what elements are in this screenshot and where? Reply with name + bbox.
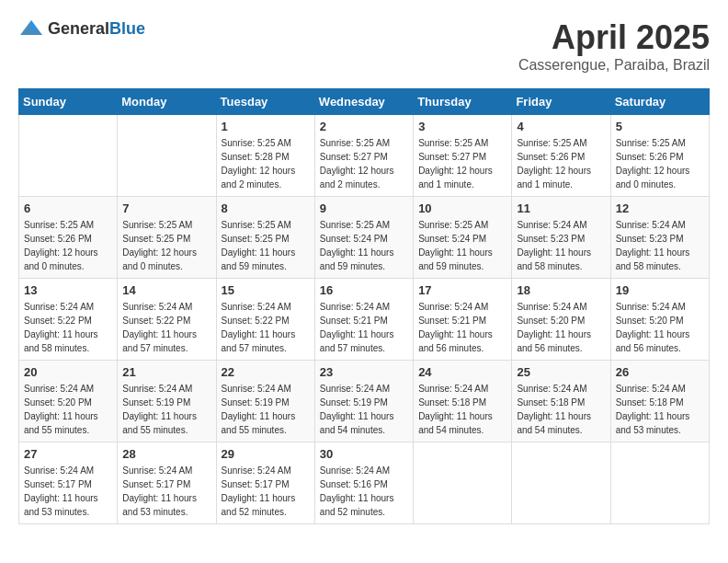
calendar-week-row: 13Sunrise: 5:24 AM Sunset: 5:22 PM Dayli…: [19, 279, 710, 361]
day-info: Sunrise: 5:24 AM Sunset: 5:22 PM Dayligh…: [222, 300, 310, 355]
day-info: Sunrise: 5:24 AM Sunset: 5:20 PM Dayligh…: [24, 382, 112, 437]
calendar-cell: 11Sunrise: 5:24 AM Sunset: 5:23 PM Dayli…: [512, 197, 610, 279]
weekday-header: Thursday: [414, 89, 512, 115]
day-info: Sunrise: 5:24 AM Sunset: 5:17 PM Dayligh…: [222, 464, 310, 519]
calendar-cell: 5Sunrise: 5:25 AM Sunset: 5:26 PM Daylig…: [610, 115, 709, 197]
day-number: 7: [122, 201, 210, 215]
day-number: 9: [320, 201, 408, 215]
day-number: 19: [616, 283, 704, 297]
weekday-header: Monday: [118, 89, 216, 115]
weekday-header: Friday: [512, 89, 610, 115]
day-number: 14: [122, 283, 210, 297]
weekday-header: Tuesday: [216, 89, 314, 115]
day-info: Sunrise: 5:24 AM Sunset: 5:18 PM Dayligh…: [616, 382, 704, 437]
calendar-week-row: 1Sunrise: 5:25 AM Sunset: 5:28 PM Daylig…: [19, 115, 710, 197]
calendar-cell: 18Sunrise: 5:24 AM Sunset: 5:20 PM Dayli…: [512, 279, 610, 361]
calendar-cell: 7Sunrise: 5:25 AM Sunset: 5:25 PM Daylig…: [118, 197, 216, 279]
weekday-header: Wednesday: [314, 89, 413, 115]
day-info: Sunrise: 5:24 AM Sunset: 5:21 PM Dayligh…: [320, 300, 408, 355]
calendar-cell: 22Sunrise: 5:24 AM Sunset: 5:19 PM Dayli…: [216, 361, 314, 442]
day-info: Sunrise: 5:25 AM Sunset: 5:26 PM Dayligh…: [517, 136, 605, 191]
day-info: Sunrise: 5:24 AM Sunset: 5:16 PM Dayligh…: [320, 464, 408, 519]
day-info: Sunrise: 5:24 AM Sunset: 5:23 PM Dayligh…: [616, 218, 704, 273]
logo-icon: [18, 18, 44, 39]
calendar-cell: 4Sunrise: 5:25 AM Sunset: 5:26 PM Daylig…: [512, 115, 610, 197]
day-number: 12: [616, 201, 704, 215]
day-number: 15: [222, 283, 310, 297]
day-number: 18: [517, 283, 605, 297]
day-info: Sunrise: 5:25 AM Sunset: 5:26 PM Dayligh…: [24, 218, 112, 273]
day-info: Sunrise: 5:25 AM Sunset: 5:27 PM Dayligh…: [320, 136, 408, 191]
day-number: 8: [222, 201, 310, 215]
day-number: 26: [616, 365, 704, 379]
calendar-cell: 30Sunrise: 5:24 AM Sunset: 5:16 PM Dayli…: [314, 442, 413, 524]
calendar-cell: 1Sunrise: 5:25 AM Sunset: 5:28 PM Daylig…: [216, 115, 314, 197]
day-number: 27: [24, 447, 112, 461]
day-info: Sunrise: 5:24 AM Sunset: 5:19 PM Dayligh…: [222, 382, 310, 437]
location-title: Casserengue, Paraiba, Brazil: [518, 57, 710, 74]
day-info: Sunrise: 5:25 AM Sunset: 5:28 PM Dayligh…: [222, 136, 310, 191]
calendar-cell: 13Sunrise: 5:24 AM Sunset: 5:22 PM Dayli…: [19, 279, 118, 361]
calendar-cell: 23Sunrise: 5:24 AM Sunset: 5:19 PM Dayli…: [314, 361, 413, 442]
calendar-cell: [19, 115, 118, 197]
day-number: 10: [418, 201, 506, 215]
day-number: 1: [222, 120, 310, 133]
day-info: Sunrise: 5:24 AM Sunset: 5:23 PM Dayligh…: [517, 218, 605, 273]
calendar-cell: 25Sunrise: 5:24 AM Sunset: 5:18 PM Dayli…: [512, 361, 610, 442]
day-number: 11: [517, 201, 605, 215]
calendar-cell: 28Sunrise: 5:24 AM Sunset: 5:17 PM Dayli…: [118, 442, 216, 524]
calendar-cell: 8Sunrise: 5:25 AM Sunset: 5:25 PM Daylig…: [216, 197, 314, 279]
day-number: 20: [24, 365, 112, 379]
day-number: 17: [418, 283, 506, 297]
day-number: 24: [418, 365, 506, 379]
day-info: Sunrise: 5:24 AM Sunset: 5:22 PM Dayligh…: [122, 300, 210, 355]
day-info: Sunrise: 5:24 AM Sunset: 5:17 PM Dayligh…: [122, 464, 210, 519]
day-info: Sunrise: 5:24 AM Sunset: 5:18 PM Dayligh…: [418, 382, 506, 437]
calendar-week-row: 6Sunrise: 5:25 AM Sunset: 5:26 PM Daylig…: [19, 197, 710, 279]
day-number: 4: [517, 120, 605, 133]
calendar-cell: 6Sunrise: 5:25 AM Sunset: 5:26 PM Daylig…: [19, 197, 118, 279]
calendar-cell: 14Sunrise: 5:24 AM Sunset: 5:22 PM Dayli…: [118, 279, 216, 361]
day-number: 22: [222, 365, 310, 379]
day-info: Sunrise: 5:24 AM Sunset: 5:19 PM Dayligh…: [122, 382, 210, 437]
calendar-cell: 19Sunrise: 5:24 AM Sunset: 5:20 PM Dayli…: [610, 279, 709, 361]
day-info: Sunrise: 5:25 AM Sunset: 5:26 PM Dayligh…: [616, 136, 704, 191]
calendar-cell: [414, 442, 512, 524]
calendar-cell: 21Sunrise: 5:24 AM Sunset: 5:19 PM Dayli…: [118, 361, 216, 442]
weekday-header: Saturday: [610, 89, 709, 115]
day-number: 5: [616, 120, 704, 133]
calendar-cell: 12Sunrise: 5:24 AM Sunset: 5:23 PM Dayli…: [610, 197, 709, 279]
calendar-cell: 16Sunrise: 5:24 AM Sunset: 5:21 PM Dayli…: [314, 279, 413, 361]
calendar-week-row: 27Sunrise: 5:24 AM Sunset: 5:17 PM Dayli…: [19, 442, 710, 524]
calendar-cell: 15Sunrise: 5:24 AM Sunset: 5:22 PM Dayli…: [216, 279, 314, 361]
calendar-week-row: 20Sunrise: 5:24 AM Sunset: 5:20 PM Dayli…: [19, 361, 710, 442]
logo-blue: Blue: [109, 19, 145, 38]
calendar-cell: 29Sunrise: 5:24 AM Sunset: 5:17 PM Dayli…: [216, 442, 314, 524]
day-number: 2: [320, 120, 408, 133]
day-number: 23: [320, 365, 408, 379]
day-number: 29: [222, 447, 310, 461]
calendar-cell: 2Sunrise: 5:25 AM Sunset: 5:27 PM Daylig…: [314, 115, 413, 197]
calendar-cell: [512, 442, 610, 524]
calendar-cell: 3Sunrise: 5:25 AM Sunset: 5:27 PM Daylig…: [414, 115, 512, 197]
day-info: Sunrise: 5:24 AM Sunset: 5:22 PM Dayligh…: [24, 300, 112, 355]
day-info: Sunrise: 5:25 AM Sunset: 5:25 PM Dayligh…: [222, 218, 310, 273]
calendar: SundayMondayTuesdayWednesdayThursdayFrid…: [18, 88, 710, 524]
calendar-cell: 26Sunrise: 5:24 AM Sunset: 5:18 PM Dayli…: [610, 361, 709, 442]
header: GeneralBlue April 2025 Casserengue, Para…: [18, 18, 710, 74]
day-number: 13: [24, 283, 112, 297]
calendar-cell: [118, 115, 216, 197]
day-number: 28: [122, 447, 210, 461]
day-info: Sunrise: 5:24 AM Sunset: 5:18 PM Dayligh…: [517, 382, 605, 437]
month-title: April 2025: [518, 18, 710, 57]
day-info: Sunrise: 5:25 AM Sunset: 5:24 PM Dayligh…: [418, 218, 506, 273]
calendar-cell: 24Sunrise: 5:24 AM Sunset: 5:18 PM Dayli…: [414, 361, 512, 442]
day-info: Sunrise: 5:24 AM Sunset: 5:20 PM Dayligh…: [517, 300, 605, 355]
logo-general: General: [48, 19, 109, 38]
day-info: Sunrise: 5:25 AM Sunset: 5:25 PM Dayligh…: [122, 218, 210, 273]
day-info: Sunrise: 5:24 AM Sunset: 5:17 PM Dayligh…: [24, 464, 112, 519]
day-info: Sunrise: 5:24 AM Sunset: 5:21 PM Dayligh…: [418, 300, 506, 355]
day-number: 21: [122, 365, 210, 379]
weekday-header-row: SundayMondayTuesdayWednesdayThursdayFrid…: [19, 89, 710, 115]
calendar-cell: 9Sunrise: 5:25 AM Sunset: 5:24 PM Daylig…: [314, 197, 413, 279]
